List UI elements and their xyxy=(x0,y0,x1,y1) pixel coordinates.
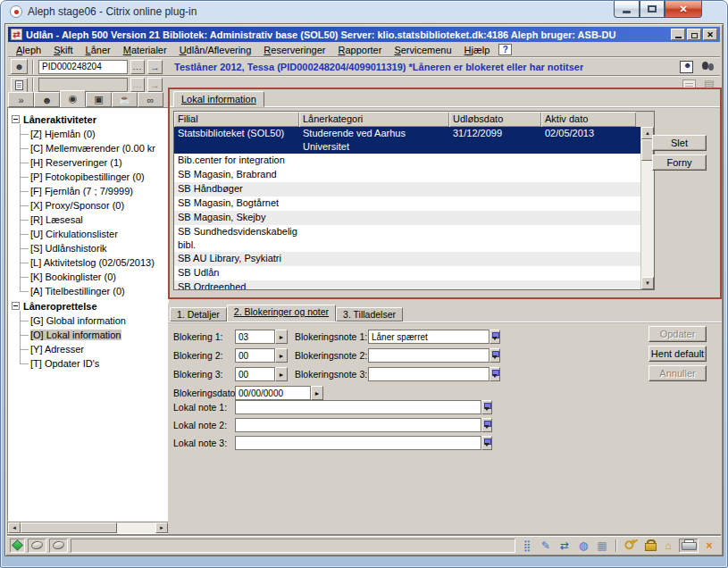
minimize-button[interactable] xyxy=(614,1,640,18)
tree-item-z-hjemlån-0[interactable]: [Z] Hjemlån (0) xyxy=(16,127,168,141)
menu-item-reserveringer[interactable]: Reserveringer xyxy=(257,45,331,55)
menu-item-aleph[interactable]: Aleph xyxy=(10,45,47,55)
tree-horizontal-scrollbar[interactable]: ◄ ► xyxy=(7,522,169,534)
table-row[interactable]: SB Sundhedsvidenskabelig bibl. xyxy=(174,225,640,252)
tree-item-l-aktivitetslog-02-05-2013[interactable]: [L] Aktivitetslog (02/05/2013) xyxy=(16,255,168,270)
calendar-arrow-icon[interactable]: ► xyxy=(311,386,323,400)
table-row[interactable]: SB Magasin, Brabrand xyxy=(174,168,640,182)
app-close-button[interactable]: ✕ xyxy=(703,29,717,40)
tree-item-g-global-information[interactable]: [G] Global information xyxy=(16,313,168,328)
table-row[interactable]: SB Udlån xyxy=(174,266,640,280)
blokering-input-2[interactable] xyxy=(235,348,275,363)
table-row[interactable]: SB Magasin, Skejby xyxy=(174,211,640,225)
cash-tab[interactable]: ☕ xyxy=(112,92,138,107)
table-row[interactable]: SB Håndbøger xyxy=(174,182,640,196)
blokeringsnote-input-2[interactable] xyxy=(368,348,490,363)
lock-icon[interactable] xyxy=(641,539,657,553)
filial-table[interactable]: FilialLånerkategoriUdløbsdatoAktiv dato … xyxy=(173,111,655,290)
table-row[interactable]: SB Magasin, Bogtårnet xyxy=(174,196,640,211)
button-hent-default[interactable]: Hent default xyxy=(649,346,707,362)
menu-item-servicemenu[interactable]: Servicemenu xyxy=(388,45,457,55)
tab-1-detaljer[interactable]: 1. Detaljer xyxy=(170,307,227,322)
patron-photo-icon[interactable] xyxy=(680,61,693,73)
transfer-icon[interactable]: ⇄ xyxy=(556,539,573,553)
edit-icon[interactable]: ✎ xyxy=(538,539,554,553)
scroll-right-icon[interactable]: ► xyxy=(155,522,168,533)
globe-icon[interactable]: ◍ xyxy=(575,539,591,553)
patron-registration-tab[interactable]: ◉ xyxy=(60,90,86,107)
button-slet[interactable]: Slet xyxy=(652,135,707,151)
scroll-left-icon[interactable]: ◄ xyxy=(8,522,21,533)
collapse-toggle-icon[interactable] xyxy=(12,302,20,310)
exit-icon[interactable]: × xyxy=(701,539,717,553)
tab-3-tilladelser[interactable]: 3. Tilladelser xyxy=(336,307,403,322)
tree-item-u-cirkulationslister[interactable]: [U] Cirkulationslister xyxy=(16,227,168,241)
patron-function-button[interactable]: ☻ xyxy=(11,59,28,74)
note-expand-icon[interactable] xyxy=(481,400,492,414)
column-header-udløbsdato[interactable]: Udløbsdato xyxy=(449,112,541,127)
column-header-filial[interactable]: Filial xyxy=(174,112,299,127)
patron-go-button[interactable]: → xyxy=(147,60,163,74)
menu-item-låner[interactable]: Låner xyxy=(79,45,117,55)
table-row[interactable]: Statsbiblioteket (SOL50)Studerende ved A… xyxy=(174,127,640,154)
blokeringsnote-input-3[interactable] xyxy=(368,367,490,381)
tree-item-t-opdater-id-s[interactable]: [T] Opdater ID's xyxy=(16,356,168,371)
tree-item-c-mellemværender-0-00-kr[interactable]: [C] Mellemværender (0.00 kr xyxy=(16,141,168,155)
close-button[interactable]: ✕ xyxy=(665,1,702,18)
column-header-aktiv-dato[interactable]: Aktiv dato xyxy=(541,112,636,127)
search-tab[interactable]: ∞ xyxy=(138,92,163,107)
tree-item-o-lokal-information[interactable]: [O] Lokal information xyxy=(16,328,168,342)
table-row[interactable]: SB Ordreenhed xyxy=(174,280,640,289)
navigate-icon[interactable]: ⣿ xyxy=(519,539,535,553)
note-expand-icon[interactable] xyxy=(481,418,492,432)
help-icon[interactable]: ? xyxy=(498,44,512,55)
tree-item-f-fjernlån-7-7-9999[interactable]: [F] Fjernlån (7 ; 7/9999) xyxy=(16,184,168,198)
blokeringsnote-input-1[interactable] xyxy=(368,330,490,344)
lookup-arrow-icon[interactable]: ► xyxy=(275,330,288,344)
lokal-note-input-2[interactable] xyxy=(235,418,481,432)
tree-item-a-titelbestillinger-0[interactable]: [A] Titelbestillinger (0) xyxy=(16,284,168,298)
table-row[interactable]: SB AU Library, Psykiatri xyxy=(174,252,640,266)
blokeringsdato-input[interactable] xyxy=(235,386,311,400)
app-restore-button[interactable] xyxy=(687,29,701,40)
lookup-arrow-icon[interactable]: ► xyxy=(275,348,288,363)
tree-item-h-reserveringer-1[interactable]: [H] Reserveringer (1) xyxy=(16,155,168,170)
key-icon[interactable] xyxy=(623,539,639,553)
tab-2-blokeringer-og-noter[interactable]: 2. Blokeringer og noter xyxy=(227,305,336,322)
note-expand-icon[interactable] xyxy=(490,348,500,363)
home-icon[interactable]: ⌂ xyxy=(660,539,676,553)
patron-id-input[interactable] xyxy=(38,60,128,74)
table-row[interactable]: Bib.center for integration xyxy=(174,154,640,168)
tree-item-k-bookinglister-0[interactable]: [K] Bookinglister (0) xyxy=(16,270,168,284)
note-expand-icon[interactable] xyxy=(490,330,500,344)
loan-tab[interactable]: » xyxy=(8,92,34,107)
tree-section-låneroprettelse[interactable]: Låneroprettelse xyxy=(12,298,168,313)
table-vertical-scrollbar[interactable]: ▲ ▼ xyxy=(640,127,654,289)
menu-item-rapporter[interactable]: Rapporter xyxy=(331,45,388,55)
tree-item-x-proxy-sponsor-0[interactable]: [X] Proxy/Sponsor (0) xyxy=(16,198,168,213)
items-tab[interactable]: ▣ xyxy=(86,92,112,107)
patron-browse-button[interactable]: ... xyxy=(130,60,145,74)
maximize-button[interactable] xyxy=(640,1,665,18)
balloons-icon[interactable] xyxy=(701,61,715,73)
patron-tab[interactable]: ☻ xyxy=(34,92,60,107)
app-minimize-button[interactable] xyxy=(671,29,685,40)
button-annuller[interactable]: Annuller xyxy=(649,365,707,381)
button-opdater[interactable]: Opdater xyxy=(649,326,707,342)
calendar-icon[interactable]: ▦ xyxy=(594,539,610,553)
menu-item-materialer[interactable]: Materialer xyxy=(117,45,173,55)
menu-item-udlån-aflevering[interactable]: Udlån/Aflevering xyxy=(173,45,258,55)
tree-item-s-udlånshistorik[interactable]: [S] Udlånshistorik xyxy=(16,241,168,255)
note-expand-icon[interactable] xyxy=(481,436,492,450)
blokering-input-3[interactable] xyxy=(235,367,275,381)
tree-section-låneraktiviteter[interactable]: Låneraktiviteter xyxy=(12,112,168,127)
menu-item-hjælp[interactable]: Hjælp xyxy=(458,45,497,55)
button-forny[interactable]: Forny xyxy=(652,155,707,171)
tab-lokal-information[interactable]: Lokal information xyxy=(173,91,264,107)
tree-item-p-fotokopibestillinger-0[interactable]: [P] Fotokopibestillinger (0) xyxy=(16,170,168,184)
menu-item-skift[interactable]: Skift xyxy=(47,45,79,55)
printer-icon[interactable] xyxy=(679,539,699,553)
tree-item-y-adresser[interactable]: [Y] Adresser xyxy=(16,342,168,356)
lookup-arrow-icon[interactable]: ► xyxy=(275,367,288,381)
lokal-note-input-1[interactable] xyxy=(235,400,481,414)
